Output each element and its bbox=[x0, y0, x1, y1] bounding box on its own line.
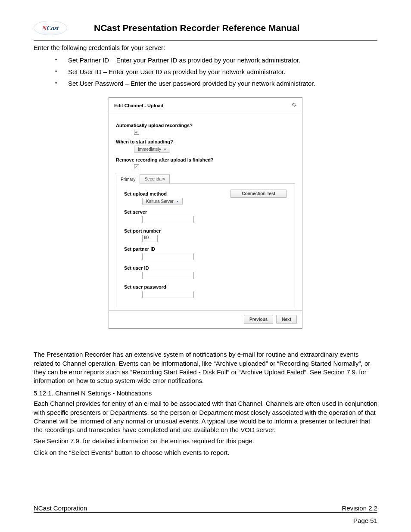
intro-text: Enter the following credentials for your… bbox=[34, 44, 377, 52]
chevron-down-icon bbox=[176, 201, 179, 202]
when-upload-label: When to start uploading? bbox=[116, 139, 295, 144]
user-password-input[interactable] bbox=[142, 291, 194, 298]
user-password-label: Set user password bbox=[124, 284, 287, 289]
header-rule bbox=[34, 40, 377, 41]
gear-icon[interactable] bbox=[291, 102, 297, 109]
upload-method-dropdown[interactable]: Kaltura Server bbox=[142, 198, 183, 205]
auto-upload-checkbox[interactable]: ✓ bbox=[134, 130, 139, 135]
when-upload-value: Immediately bbox=[138, 147, 161, 152]
auto-upload-label: Automatically upload recordings? bbox=[116, 123, 295, 128]
previous-button[interactable]: Previous bbox=[244, 315, 273, 324]
port-label: Set port number bbox=[124, 228, 287, 233]
footer-company: NCast Corporation bbox=[34, 504, 87, 512]
user-id-input[interactable] bbox=[142, 272, 194, 279]
port-input[interactable]: 80 bbox=[142, 235, 158, 242]
connection-test-button[interactable]: Connection Test bbox=[230, 190, 287, 198]
server-label: Set server bbox=[124, 209, 287, 215]
chevron-down-icon bbox=[164, 149, 166, 150]
panel-title: Edit Channel - Upload bbox=[114, 103, 163, 108]
credentials-list: Set Partner ID – Enter your Partner ID a… bbox=[55, 56, 377, 87]
select-events-paragraph: Click on the “Select Events” button to c… bbox=[34, 448, 377, 457]
user-id-label: Set user ID bbox=[124, 265, 287, 271]
ncast-logo: NCast bbox=[34, 21, 67, 35]
section-heading: 5.12.1. Channel N Settings - Notificatio… bbox=[34, 389, 377, 397]
bullet-user-id: Set User ID – Enter your User ID as prov… bbox=[55, 68, 377, 75]
edit-channel-upload-panel: Edit Channel - Upload Automatically uplo… bbox=[109, 97, 302, 329]
notifications-paragraph: The Presentation Recorder has an extensi… bbox=[34, 350, 377, 385]
page-header: NCast NCast Presentation Recorder Refere… bbox=[34, 21, 377, 35]
footer-revision: Revision 2.2 bbox=[342, 504, 377, 512]
upload-method-value: Kaltura Server bbox=[146, 199, 174, 204]
tab-secondary[interactable]: Secondary bbox=[140, 174, 170, 184]
channel-email-paragraph: Each Channel provides for entry of an e-… bbox=[34, 399, 377, 434]
remove-after-label: Remove recording after upload is finishe… bbox=[116, 157, 295, 162]
server-input[interactable] bbox=[142, 216, 194, 223]
primary-tab-pane: Connection Test Set upload method Kaltur… bbox=[116, 183, 295, 307]
page-title: NCast Presentation Recorder Reference Ma… bbox=[94, 23, 377, 33]
when-upload-dropdown[interactable]: Immediately bbox=[134, 146, 170, 153]
bullet-user-password: Set User Password – Enter the user passw… bbox=[55, 80, 377, 87]
see-section-paragraph: See Section 7.9. for detailed informatio… bbox=[34, 437, 377, 445]
next-button[interactable]: Next bbox=[276, 315, 297, 324]
remove-after-checkbox[interactable]: ✓ bbox=[134, 164, 139, 169]
tab-primary[interactable]: Primary bbox=[116, 175, 140, 184]
footer-page-number: Page 51 bbox=[34, 517, 377, 524]
partner-id-label: Set partner ID bbox=[124, 246, 287, 252]
page-footer: NCast Corporation Revision 2.2 Page 51 bbox=[34, 504, 377, 524]
partner-id-input[interactable] bbox=[142, 253, 194, 260]
bullet-partner-id: Set Partner ID – Enter your Partner ID a… bbox=[55, 56, 377, 64]
